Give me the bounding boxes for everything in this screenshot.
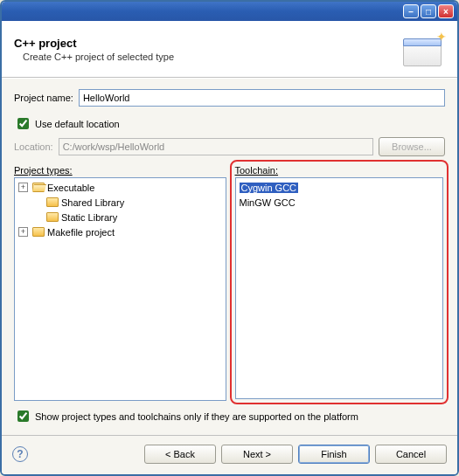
tree-spacer (32, 212, 42, 222)
tree-item[interactable]: Shared Library (17, 195, 224, 210)
location-input (59, 138, 373, 155)
toolchain-highlight: Toolchain: Cygwin GCCMinGW GCC (230, 160, 449, 404)
cancel-button[interactable]: Cancel (375, 445, 447, 464)
project-types-tree[interactable]: +ExecutableShared LibraryStatic Library+… (14, 177, 226, 401)
page-title: C++ project (14, 37, 398, 50)
titlebar: – □ × (2, 2, 457, 21)
maximize-button[interactable]: □ (421, 4, 436, 18)
tree-item[interactable]: +Executable (17, 180, 224, 195)
project-name-label: Project name: (14, 93, 73, 103)
folder-icon (46, 212, 59, 222)
wizard-footer: ? < Back Next > Finish Cancel (2, 435, 457, 474)
location-label: Location: (14, 141, 53, 152)
project-name-input[interactable] (79, 89, 445, 107)
tree-item-label: Shared Library (61, 197, 124, 208)
list-item-label: MinGW GCC (240, 197, 296, 208)
folder-icon (32, 227, 45, 237)
tree-item-label: Static Library (61, 212, 117, 223)
back-button[interactable]: < Back (144, 445, 216, 464)
tree-item-label: Makefile project (47, 227, 115, 238)
project-types-panel: Project types: +ExecutableShared Library… (14, 165, 226, 401)
use-default-location-checkbox[interactable] (17, 118, 29, 129)
toolchain-label: Toolchain: (235, 165, 444, 176)
wizard-header: C++ project Create C++ project of select… (2, 21, 457, 78)
expand-icon[interactable]: + (18, 183, 28, 192)
page-subtitle: Create C++ project of selected type (23, 52, 398, 62)
minimize-button[interactable]: – (403, 4, 419, 18)
project-types-label: Project types: (14, 165, 226, 176)
wizard-window: – □ × C++ project Create C++ project of … (0, 0, 459, 476)
tree-item[interactable]: +Makefile project (17, 224, 224, 239)
next-button[interactable]: Next > (221, 445, 293, 464)
tree-item[interactable]: Static Library (17, 210, 224, 224)
toolchain-list[interactable]: Cygwin GCCMinGW GCC (235, 177, 444, 399)
browse-button: Browse... (379, 137, 445, 156)
list-item[interactable]: MinGW GCC (238, 195, 442, 210)
expand-icon[interactable]: + (18, 227, 28, 237)
list-item[interactable]: Cygwin GCC (238, 180, 442, 195)
wizard-content: Project name: Use default location Locat… (2, 78, 457, 435)
tree-spacer (32, 197, 42, 207)
folder-icon (32, 183, 45, 192)
finish-button[interactable]: Finish (298, 445, 370, 464)
use-default-location-label: Use default location (35, 119, 120, 129)
close-button[interactable]: × (438, 4, 454, 18)
wizard-banner-icon: ✦ (398, 30, 447, 68)
list-item-label: Cygwin GCC (240, 183, 299, 193)
folder-icon (46, 197, 59, 207)
help-icon[interactable]: ? (12, 446, 28, 462)
show-supported-label: Show project types and toolchains only i… (35, 411, 358, 422)
show-supported-checkbox[interactable] (17, 410, 29, 422)
tree-item-label: Executable (47, 183, 94, 193)
